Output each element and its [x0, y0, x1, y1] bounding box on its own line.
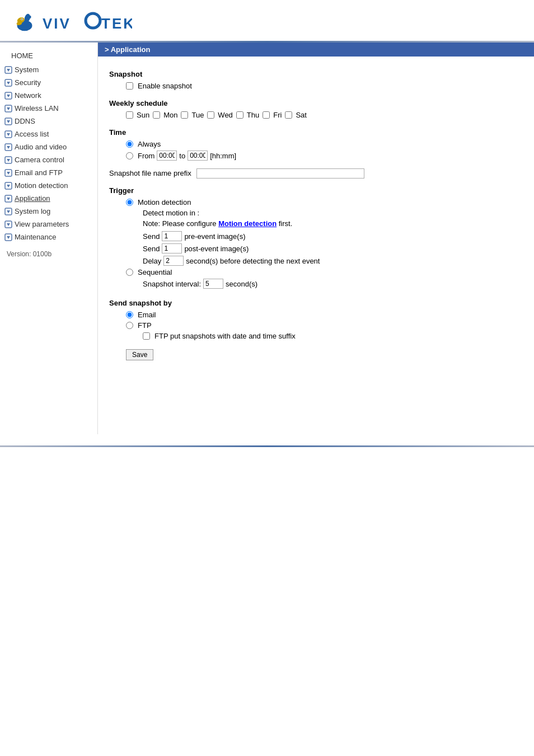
sidebar-label-application: Application [15, 194, 50, 203]
day-mon: Mon [153, 111, 177, 119]
label-mon[interactable]: Mon [163, 111, 177, 119]
sidebar-item-application[interactable]: Application [0, 192, 97, 205]
label-sequential[interactable]: Sequential [138, 268, 172, 276]
checkbox-fri[interactable] [263, 111, 270, 119]
label-fri[interactable]: Fri [273, 111, 282, 119]
radio-always[interactable] [126, 140, 133, 148]
label-wed[interactable]: Wed [218, 111, 233, 119]
label-thu[interactable]: Thu [247, 111, 259, 119]
arrow-icon [4, 66, 12, 74]
sidebar-item-audio-video[interactable]: Audio and video [0, 140, 97, 153]
logo-icon [11, 8, 38, 35]
checkbox-sun[interactable] [126, 111, 133, 119]
snapshot-prefix-label: Snapshot file name prefix [109, 169, 191, 177]
sidebar-item-network[interactable]: Network [0, 89, 97, 102]
day-fri: Fri [263, 111, 282, 119]
delay-input[interactable] [163, 256, 184, 266]
arrow-icon [4, 130, 12, 138]
weekly-schedule-row: Sun Mon Tue Wed Thu [109, 111, 523, 119]
delay-row: Delay second(s) before detecting the nex… [109, 256, 523, 266]
sidebar-label-security: Security [15, 78, 41, 87]
sidebar-item-system[interactable]: System [0, 63, 97, 76]
svg-point-6 [21, 18, 22, 20]
snapshot-prefix-input[interactable] [196, 168, 364, 179]
svg-point-3 [28, 15, 31, 18]
send-post-label1: Send [143, 245, 160, 253]
motion-detection-link[interactable]: Motion detection [218, 219, 277, 228]
bottom-divider [0, 445, 534, 447]
delay-label1: Delay [143, 257, 161, 265]
label-sun[interactable]: Sun [137, 111, 149, 119]
logo-text-svg: VIV TEK [43, 11, 132, 33]
ftp-date-suffix-checkbox[interactable] [143, 332, 150, 340]
save-row: Save [109, 345, 523, 360]
label-ftp[interactable]: FTP [138, 321, 152, 330]
sidebar-item-wireless-lan[interactable]: Wireless LAN [0, 102, 97, 115]
label-from[interactable]: From [138, 152, 154, 160]
detect-motion-label: Detect motion in : [143, 209, 199, 217]
enable-snapshot-label[interactable]: Enable snapshot [138, 82, 192, 90]
note-suffix: first. [277, 219, 292, 228]
radio-motion-detection[interactable] [126, 199, 133, 206]
snapshot-section-title: Snapshot [109, 70, 523, 78]
snapshot-interval-input[interactable] [203, 279, 223, 289]
checkbox-wed[interactable] [207, 111, 214, 119]
sidebar-item-access-list[interactable]: Access list [0, 128, 97, 140]
time-from-input[interactable] [157, 151, 177, 161]
day-wed: Wed [207, 111, 233, 119]
sidebar: HOME System Security Network [0, 43, 98, 434]
enable-snapshot-checkbox[interactable] [126, 82, 133, 90]
send-pre-input[interactable] [162, 231, 182, 241]
sidebar-label-system: System [15, 65, 39, 74]
time-to-label: to [179, 152, 185, 160]
checkbox-thu[interactable] [236, 111, 243, 119]
header: VIV TEK [0, 0, 534, 41]
svg-text:TEK: TEK [101, 15, 132, 32]
ftp-date-suffix-row: FTP put snapshots with date and time suf… [109, 332, 523, 340]
save-button[interactable]: Save [126, 349, 153, 360]
label-sat[interactable]: Sat [296, 111, 307, 119]
checkbox-mon[interactable] [153, 111, 160, 119]
arrow-icon [4, 169, 12, 177]
sidebar-item-security[interactable]: Security [0, 76, 97, 89]
delay-label2: second(s) before detecting the next even… [186, 257, 320, 265]
trigger-sequential-row: Sequential [109, 268, 523, 276]
time-to-input[interactable] [188, 151, 208, 161]
arrow-icon [4, 233, 12, 241]
ftp-date-suffix-label[interactable]: FTP put snapshots with date and time suf… [154, 332, 296, 340]
send-pre-row: Send pre-event image(s) [109, 231, 523, 241]
trigger-motion-row: Motion detection [109, 198, 523, 206]
snapshot-interval-row: Snapshot interval: second(s) [109, 279, 523, 289]
checkbox-tue[interactable] [181, 111, 188, 119]
checkbox-sat[interactable] [285, 111, 292, 119]
svg-point-8 [86, 13, 100, 28]
radio-ftp[interactable] [126, 322, 133, 329]
sidebar-item-ddns[interactable]: DDNS [0, 115, 97, 128]
sidebar-item-maintenance[interactable]: Maintenance [0, 231, 97, 243]
sidebar-item-system-log[interactable]: System log [0, 205, 97, 218]
radio-email[interactable] [126, 311, 133, 318]
time-from-row: From to [hh:mm] [109, 151, 523, 161]
sidebar-label-email-ftp: Email and FTP [15, 168, 63, 177]
arrow-icon [4, 105, 12, 112]
send-post-input[interactable] [162, 243, 182, 253]
sidebar-item-motion-detection[interactable]: Motion detection [0, 179, 97, 192]
sidebar-item-view-parameters[interactable]: View parameters [0, 218, 97, 231]
sidebar-item-email-ftp[interactable]: Email and FTP [0, 166, 97, 179]
label-tue[interactable]: Tue [191, 111, 204, 119]
arrow-icon [4, 79, 12, 87]
day-thu: Thu [236, 111, 259, 119]
send-post-label2: post-event image(s) [184, 245, 249, 253]
label-email[interactable]: Email [138, 311, 156, 319]
time-format-label: [hh:mm] [210, 152, 236, 160]
radio-from[interactable] [126, 152, 133, 159]
send-pre-label2: pre-event image(s) [184, 232, 245, 241]
sidebar-item-camera-control[interactable]: Camera control [0, 153, 97, 166]
sidebar-label-system-log: System log [15, 207, 50, 215]
sidebar-label-motion-detection: Motion detection [15, 181, 68, 190]
radio-sequential[interactable] [126, 269, 133, 276]
label-motion-detection[interactable]: Motion detection [138, 198, 191, 206]
sidebar-label-camera-control: Camera control [15, 156, 64, 164]
sidebar-home[interactable]: HOME [0, 48, 97, 63]
label-always[interactable]: Always [138, 140, 161, 148]
